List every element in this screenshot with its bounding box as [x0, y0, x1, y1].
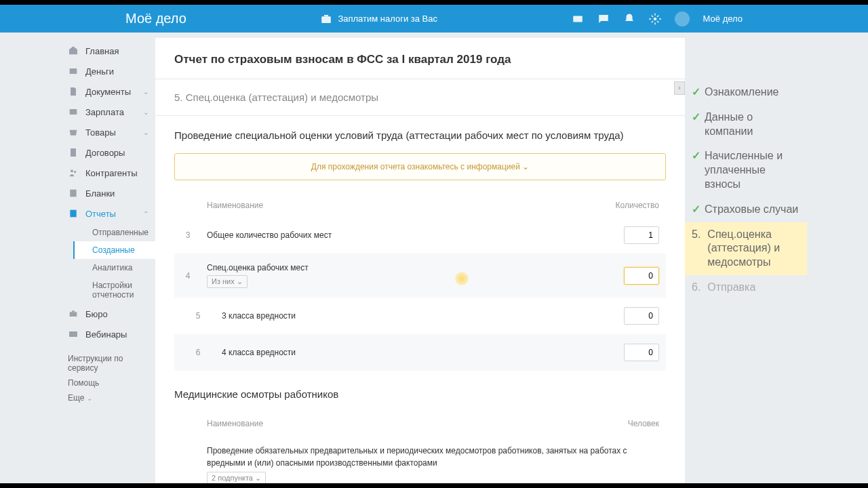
nav-icon [68, 329, 79, 340]
chevron-icon: ⌃ [143, 210, 149, 218]
svg-point-5 [73, 70, 75, 73]
col-header-name: Наименование [201, 201, 612, 210]
qty-input[interactable] [624, 226, 659, 244]
svg-point-13 [73, 333, 75, 336]
username[interactable]: Моё дело [703, 14, 743, 24]
svg-rect-0 [322, 16, 332, 23]
help-instructions[interactable]: Инструкции по сервису [68, 351, 149, 375]
col2-header-name: Наименование [201, 419, 612, 428]
sidebar-item-1[interactable]: Деньги [61, 61, 155, 81]
sidebar-item-2[interactable]: Документы⌄ [61, 81, 155, 102]
chevron-icon: ⌄ [143, 108, 149, 116]
gear-icon[interactable] [649, 13, 661, 25]
nav-icon [68, 167, 79, 178]
subsection-title-2: Медицинские осмотры работников [174, 387, 666, 401]
nav-icon [68, 188, 79, 199]
info-banner[interactable]: Для прохождения отчета ознакомьтесь с ин… [174, 153, 666, 180]
chevron-icon: ⌄ [143, 88, 149, 96]
table-row: 3Общее количество рабочих мест [174, 217, 666, 253]
nav-icon [68, 308, 79, 319]
step-1[interactable]: Данные о компании [685, 105, 807, 144]
step-2[interactable]: Начисленные и уплаченные взносы [685, 144, 807, 197]
sidebar-item-0[interactable]: Главная [61, 41, 155, 61]
subnav-item-1[interactable]: Созданные [73, 241, 155, 259]
step-3[interactable]: Страховые случаи [685, 197, 807, 222]
nav-icon [68, 147, 79, 158]
nav-icon [68, 66, 79, 77]
subnav-item-0[interactable]: Отправленные [85, 224, 155, 241]
svg-rect-1 [324, 15, 328, 16]
svg-rect-11 [70, 312, 77, 317]
col2-header-qty: Человек [612, 419, 666, 428]
nav-icon [68, 45, 79, 56]
sidebar-item-8[interactable]: Отчеты⌃ [61, 203, 155, 224]
step-4[interactable]: 5.Спец.оценка (аттестация) и медосмотры [685, 222, 807, 275]
nav-icon [68, 127, 79, 138]
sidebar-item-3[interactable]: Зарплата⌄ [61, 102, 155, 122]
bell-icon[interactable] [623, 13, 635, 25]
subnav-item-2[interactable]: Аналитика [85, 259, 155, 277]
sidebar-extra-0[interactable]: Бюро [61, 304, 155, 324]
step-5[interactable]: 6.Отправка [685, 275, 807, 300]
subnav-item-3[interactable]: Настройки отчетности [85, 277, 155, 304]
logo[interactable]: Моё дело [125, 11, 186, 26]
table-row: 64 класса вредности [174, 334, 666, 371]
section-title: 5. Спец.оценка (аттестация) и медосмотры [155, 79, 685, 116]
main-panel: › Отчет по страховым взносам в ФСС за I … [155, 38, 685, 488]
page-title: Отчет по страховым взносам в ФСС за I кв… [174, 53, 666, 66]
svg-point-8 [74, 171, 76, 173]
svg-rect-9 [70, 190, 76, 197]
sidebar-item-6[interactable]: Контрагенты [61, 163, 155, 183]
svg-rect-6 [70, 109, 77, 115]
step-0[interactable]: Ознакомление [685, 80, 807, 105]
sidebar: ГлавнаяДеньгиДокументы⌄Зарплата⌄Товары⌄Д… [61, 33, 155, 488]
nav-icon [68, 208, 79, 219]
sidebar-item-4[interactable]: Товары⌄ [61, 122, 155, 142]
collapse-steps-button[interactable]: › [674, 81, 685, 95]
row2-text: Проведение обязательных предварительных … [207, 445, 666, 469]
avatar[interactable] [675, 12, 690, 26]
table-row: 4Спец.оценка рабочих местИз них ⌄ [174, 253, 666, 298]
qty-input[interactable] [624, 267, 659, 285]
col-header-qty: Количество [612, 201, 666, 210]
sidebar-item-7[interactable]: Бланки [61, 183, 155, 203]
row-dropdown[interactable]: Из них ⌄ [207, 275, 248, 288]
topbar-banner[interactable]: Заплатим налоги за Вас [186, 13, 572, 25]
chevron-icon: ⌄ [143, 129, 149, 136]
table-row: 53 класса вредности [174, 298, 666, 334]
qty-input[interactable] [624, 307, 659, 325]
svg-rect-10 [70, 210, 76, 218]
nav-icon [68, 106, 79, 117]
subsection-title-1: Проведение специальной оценки условий тр… [174, 128, 666, 142]
svg-point-3 [653, 17, 656, 20]
topbar: Моё дело Заплатим налоги за Вас Моё дело [0, 5, 868, 33]
help-support[interactable]: Помощь [68, 375, 149, 390]
sidebar-extra-1[interactable]: Вебинары [61, 324, 155, 344]
svg-point-7 [71, 169, 73, 172]
svg-rect-2 [573, 16, 583, 22]
help-more[interactable]: Еще ⌄ [68, 390, 149, 405]
card-icon[interactable] [572, 13, 584, 25]
sidebar-item-5[interactable]: Договоры [61, 142, 155, 163]
briefcase-icon [320, 13, 332, 25]
chat-icon[interactable] [597, 13, 610, 25]
steps-panel: ОзнакомлениеДанные о компанииНачисленные… [685, 38, 807, 488]
qty-input[interactable] [624, 344, 659, 361]
nav-icon [68, 86, 79, 97]
